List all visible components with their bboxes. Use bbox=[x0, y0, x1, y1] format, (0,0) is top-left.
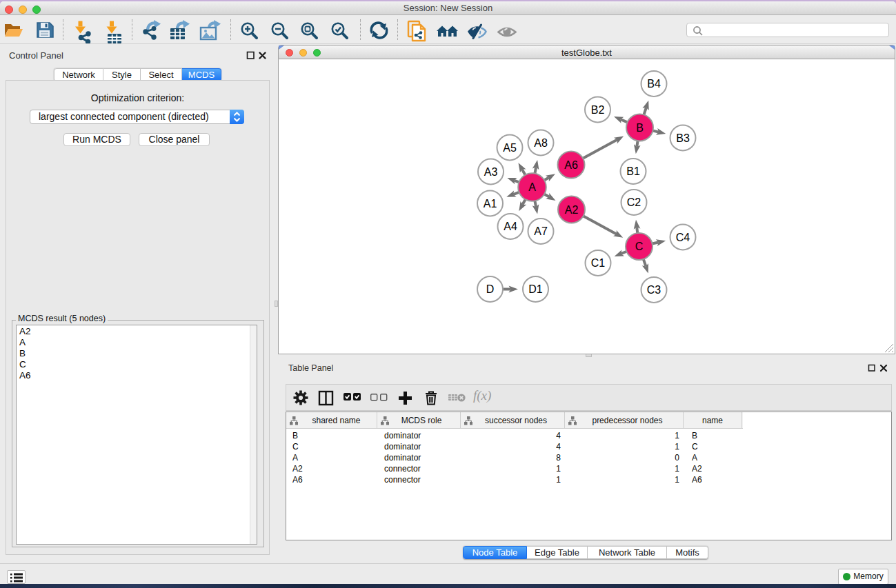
svg-text:B3: B3 bbox=[676, 132, 690, 144]
svg-text:B: B bbox=[636, 122, 644, 134]
svg-text:A4: A4 bbox=[504, 221, 517, 232]
svg-text:C1: C1 bbox=[591, 257, 606, 269]
svg-text:C2: C2 bbox=[627, 196, 641, 208]
svg-text:A2: A2 bbox=[565, 204, 579, 216]
svg-text:A1: A1 bbox=[484, 198, 497, 210]
svg-text:A7: A7 bbox=[534, 225, 548, 237]
svg-text:C4: C4 bbox=[676, 232, 690, 243]
svg-text:B2: B2 bbox=[591, 104, 605, 116]
svg-text:B4: B4 bbox=[647, 78, 661, 90]
svg-text:D1: D1 bbox=[528, 283, 543, 295]
svg-text:A3: A3 bbox=[484, 166, 498, 178]
svg-text:B1: B1 bbox=[626, 165, 640, 177]
svg-text:C: C bbox=[635, 241, 644, 252]
svg-text:C3: C3 bbox=[647, 284, 661, 296]
svg-text:A6: A6 bbox=[564, 159, 578, 171]
svg-text:D: D bbox=[486, 283, 495, 295]
svg-text:A5: A5 bbox=[503, 142, 517, 154]
svg-text:A: A bbox=[528, 181, 536, 193]
svg-text:A8: A8 bbox=[534, 137, 548, 149]
